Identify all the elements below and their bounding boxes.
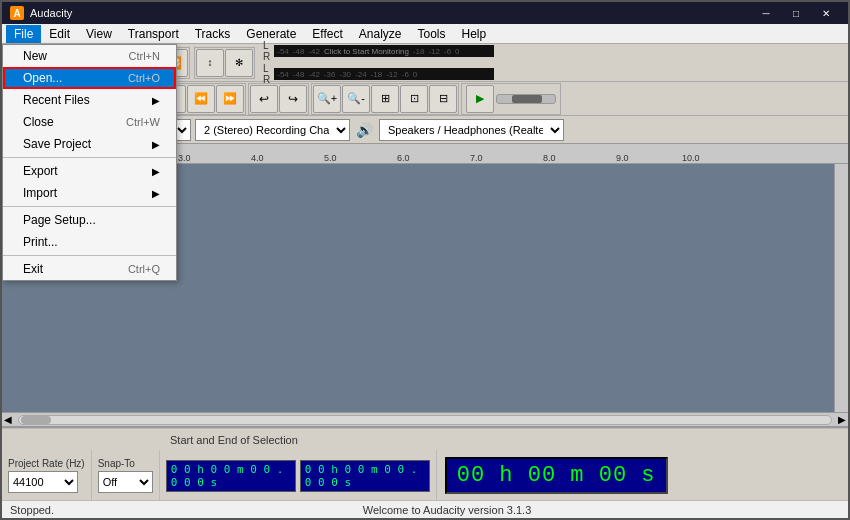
sep-3: [3, 255, 176, 256]
exit-shortcut: Ctrl+Q: [128, 263, 160, 275]
bottom-controls-row: Project Rate (Hz) 44100 Snap-To Off: [2, 450, 848, 500]
output-select[interactable]: Speakers / Headphones (Realtek: [379, 119, 564, 141]
zoom-fit-btn[interactable]: ⊡: [400, 85, 428, 113]
recent-arrow: ▶: [152, 95, 160, 106]
pagesetup-label: Page Setup...: [23, 213, 96, 227]
new-label: New: [23, 49, 47, 63]
menu-edit[interactable]: Edit: [41, 25, 78, 43]
title-bar-controls: ─ □ ✕: [752, 2, 840, 24]
sep-2: [3, 206, 176, 207]
big-time-display: 00 h 00 m 00 s: [445, 457, 668, 494]
export-label: Export: [23, 164, 58, 178]
status-bar: Stopped. Welcome to Audacity version 3.1…: [2, 500, 848, 518]
menu-transport[interactable]: Transport: [120, 25, 187, 43]
menu-tools[interactable]: Tools: [410, 25, 454, 43]
ruler-tick-8: 8.0: [543, 153, 556, 163]
selection-label: Start and End of Selection: [170, 434, 298, 446]
zoom-group: 🔍+ 🔍- ⊞ ⊡ ⊟: [311, 83, 459, 115]
click-monitoring-label[interactable]: Click to Start Monitoring: [324, 47, 409, 56]
save-label: Save Project: [23, 137, 91, 151]
new-shortcut: Ctrl+N: [129, 50, 160, 62]
lr-label-top: LR: [263, 40, 270, 62]
snap-to-section: Snap-To Off: [92, 450, 160, 500]
snap-to-label: Snap-To: [98, 458, 153, 469]
output-vu-bar[interactable]: -54-48-42-36-30-24-18-12-60: [274, 68, 494, 80]
menu-item-close[interactable]: Close Ctrl+W: [3, 111, 176, 133]
play-speed-btn[interactable]: ▶: [466, 85, 494, 113]
edit-group: ↕ ✻: [194, 47, 255, 79]
time-inputs: 0 0 h 0 0 m 0 0 . 0 0 0 s 0 0 h 0 0 m 0 …: [166, 460, 430, 492]
maximize-button[interactable]: □: [782, 2, 810, 24]
open-label: Open...: [23, 71, 62, 85]
input-vu-bar-top[interactable]: -54-48-42 Click to Start Monitoring -18-…: [274, 45, 494, 57]
big-time-section: 00 h 00 m 00 s: [437, 455, 676, 496]
project-rate-section: Project Rate (Hz) 44100: [2, 450, 92, 500]
menu-item-save[interactable]: Save Project ▶: [3, 133, 176, 155]
speaker-icon: 🔊: [356, 122, 373, 138]
scroll-left-btn[interactable]: ◀: [2, 414, 14, 425]
scroll-right-btn[interactable]: ▶: [836, 414, 848, 425]
ruler-tick-7: 7.0: [470, 153, 483, 163]
time-end-input[interactable]: 0 0 h 0 0 m 0 0 . 0 0 0 s: [300, 460, 430, 492]
zoom-out-btn[interactable]: 🔍-: [342, 85, 370, 113]
horizontal-scrollbar[interactable]: ◀ ▶: [2, 412, 848, 426]
menu-item-recent[interactable]: Recent Files ▶: [3, 89, 176, 111]
import-arrow: ▶: [152, 188, 160, 199]
close-label: Close: [23, 115, 54, 129]
fastfwd-btn[interactable]: ⏩: [216, 85, 244, 113]
menu-analyze[interactable]: Analyze: [351, 25, 410, 43]
menu-generate[interactable]: Generate: [238, 25, 304, 43]
rewind-btn[interactable]: ⏪: [187, 85, 215, 113]
speed-slider[interactable]: [496, 94, 556, 104]
scroll-thumb: [21, 416, 51, 424]
open-shortcut: Ctrl+O: [128, 72, 160, 84]
menu-item-export[interactable]: Export ▶: [3, 160, 176, 182]
menu-item-import[interactable]: Import ▶: [3, 182, 176, 204]
title-bar: A Audacity ─ □ ✕: [2, 2, 848, 24]
snap-to-select[interactable]: Off: [98, 471, 153, 493]
menu-item-new[interactable]: New Ctrl+N: [3, 45, 176, 67]
channels-select[interactable]: 2 (Stereo) Recording Chann: [195, 119, 350, 141]
undo-btn[interactable]: ↩: [250, 85, 278, 113]
minimize-button[interactable]: ─: [752, 2, 780, 24]
export-arrow: ▶: [152, 166, 160, 177]
zoom-sel-btn[interactable]: ⊞: [371, 85, 399, 113]
project-rate-label: Project Rate (Hz): [8, 458, 85, 469]
menu-tracks[interactable]: Tracks: [187, 25, 239, 43]
zoom-fit2-btn[interactable]: ⊟: [429, 85, 457, 113]
cursor-tool-btn[interactable]: ↕: [196, 49, 224, 77]
app-window: A Audacity ─ □ ✕ File Edit View Transpor…: [0, 0, 850, 520]
app-icon: A: [10, 6, 24, 20]
menu-help[interactable]: Help: [454, 25, 495, 43]
undo-group: ↩ ↪: [248, 83, 309, 115]
recent-label: Recent Files: [23, 93, 90, 107]
scroll-track[interactable]: [18, 415, 832, 425]
menu-file[interactable]: File: [6, 25, 41, 43]
ruler-tick-5: 5.0: [324, 153, 337, 163]
bottom-bar: Start and End of Selection Project Rate …: [2, 426, 848, 500]
exit-label: Exit: [23, 262, 43, 276]
print-label: Print...: [23, 235, 58, 249]
menu-item-pagesetup[interactable]: Page Setup...: [3, 209, 176, 231]
zoom-in-btn[interactable]: 🔍+: [313, 85, 341, 113]
close-shortcut: Ctrl+W: [126, 116, 160, 128]
input-vu-row: LR -54-48-42 Click to Start Monitoring -…: [263, 40, 494, 62]
right-scrollbar[interactable]: [834, 164, 848, 412]
menu-item-exit[interactable]: Exit Ctrl+Q: [3, 258, 176, 280]
ruler-tick-4: 4.0: [251, 153, 264, 163]
menu-effect[interactable]: Effect: [304, 25, 350, 43]
time-start-input[interactable]: 0 0 h 0 0 m 0 0 . 0 0 0 s: [166, 460, 296, 492]
menu-item-open[interactable]: Open... Ctrl+O: [3, 67, 176, 89]
redo-btn[interactable]: ↪: [279, 85, 307, 113]
ruler-tick-10: 10.0: [682, 153, 700, 163]
envelope-tool-btn[interactable]: ✻: [225, 49, 253, 77]
menu-view[interactable]: View: [78, 25, 120, 43]
welcome-message: Welcome to Audacity version 3.1.3: [54, 504, 840, 516]
stopped-label: Stopped.: [10, 504, 54, 516]
menu-item-print[interactable]: Print...: [3, 231, 176, 253]
close-button[interactable]: ✕: [812, 2, 840, 24]
ruler-tick-9: 9.0: [616, 153, 629, 163]
save-arrow: ▶: [152, 139, 160, 150]
input-vu-section: LR -54-48-42 Click to Start Monitoring -…: [263, 40, 494, 85]
project-rate-select[interactable]: 44100: [8, 471, 78, 493]
